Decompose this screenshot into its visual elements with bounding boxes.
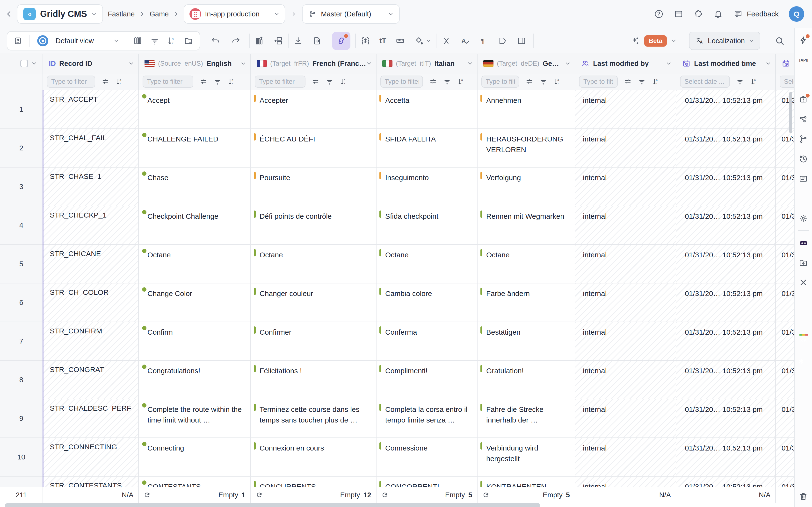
chevron-down-icon[interactable] (467, 61, 473, 66)
cell-fr[interactable]: Félicitations ! (251, 361, 376, 399)
close-icon[interactable] (799, 278, 808, 287)
cell-de[interactable]: Bestätigen (477, 322, 575, 361)
avatar[interactable]: Q (789, 6, 804, 22)
filter-input-en[interactable] (143, 75, 193, 88)
cell-record-id[interactable]: STR_CONTESTANTS (43, 476, 139, 487)
cell-it[interactable]: Sfida checkpoint (376, 206, 477, 245)
redo-icon[interactable] (231, 36, 241, 46)
sort-icon[interactable]: az (115, 78, 123, 86)
filter-input-by[interactable] (579, 75, 618, 88)
chevron-down-icon[interactable] (241, 61, 246, 66)
cell-fr[interactable]: Connexion en cours (251, 438, 376, 476)
filter-input-id[interactable] (47, 75, 95, 88)
cell-extra-date[interactable]: 01/31/20… (776, 206, 794, 245)
notes-icon[interactable] (799, 174, 808, 183)
cell-de[interactable]: Gratulation! (477, 361, 575, 399)
filter-input-fr[interactable] (255, 75, 305, 88)
cell-record-id[interactable]: STR_CHALDESC_PERF (43, 399, 139, 438)
assistant-icon[interactable] (799, 238, 808, 248)
pilcrow-icon[interactable]: ¶ (479, 36, 489, 46)
funnel-icon[interactable] (540, 78, 547, 86)
localization-button[interactable]: A Localization (689, 32, 760, 50)
cell-en[interactable]: Octane (139, 245, 251, 283)
row-number[interactable]: 3 (0, 168, 43, 206)
cell-extra-date[interactable]: 01/31/20… (776, 322, 794, 361)
column-header-it[interactable]: (Target_itIT)Italian (376, 54, 477, 73)
cell-modified-time[interactable]: 01/31/20… 10:52:13 pm (676, 206, 776, 245)
funnel-icon[interactable] (736, 78, 744, 86)
fill-color-icon[interactable] (414, 36, 424, 46)
cell-it[interactable]: Cambia colore (376, 283, 477, 322)
cell-record-id[interactable]: STR_CH_COLOR (43, 283, 139, 322)
cell-modified-time[interactable]: 01/31/20… 10:52:13 pm (676, 90, 776, 129)
cell-fr[interactable]: CONCURRENTS (251, 476, 376, 487)
export-icon[interactable] (312, 36, 322, 46)
table-panel-icon[interactable] (517, 36, 526, 46)
cell-en[interactable]: CHALLENGE FAILED (139, 129, 251, 168)
refresh-icon[interactable] (382, 491, 389, 499)
cell-de[interactable]: Octane (477, 245, 575, 283)
cell-modified-time[interactable]: 01/31/20… 10:52:13 pm (676, 438, 776, 476)
undo-icon[interactable] (211, 36, 220, 46)
cell-en[interactable]: Complete the route within the time limit… (139, 399, 251, 438)
cell-extra-date[interactable]: 01/31/20… (776, 399, 794, 438)
cell-modified-time[interactable]: 01/31/20… 10:52:13 pm (676, 283, 776, 322)
cell-de[interactable]: HERAUSFORDERUNG VERLOREN (477, 129, 575, 168)
issues-icon[interactable] (799, 95, 808, 104)
tag-icon[interactable] (498, 36, 507, 46)
cell-modified-time[interactable]: 01/31/20… 10:52:13 pm (676, 168, 776, 206)
chevron-down-icon[interactable] (565, 61, 570, 66)
shortcut-keys-icon[interactable] (395, 36, 405, 46)
grid-selector[interactable]: In-app production (184, 4, 285, 24)
addon-pink-icon[interactable]: ✱ (799, 357, 808, 367)
adjust-icon[interactable] (312, 78, 319, 86)
cell-it[interactable]: Conferma (376, 322, 477, 361)
sort-icon[interactable]: az (167, 36, 176, 46)
cell-en[interactable]: Congratulations! (139, 361, 251, 399)
addon-translate-icon[interactable]: ✕A (799, 337, 808, 347)
cell-en[interactable]: Accept (139, 90, 251, 129)
row-number[interactable]: 11 (0, 476, 43, 487)
sort-icon[interactable]: az (340, 78, 348, 86)
refresh-icon[interactable] (256, 491, 263, 499)
history-icon[interactable] (799, 154, 808, 164)
cell-modified-by[interactable]: internal (575, 399, 676, 438)
cell-modified-by[interactable]: internal (575, 168, 676, 206)
vertical-scrollbar[interactable] (789, 92, 792, 133)
api-icon[interactable]: [API] (799, 55, 808, 65)
cell-modified-by[interactable]: internal (575, 206, 676, 245)
cell-fr[interactable]: Poursuite (251, 168, 376, 206)
cell-extra-date[interactable]: 01/31/20… (776, 245, 794, 283)
adjust-icon[interactable] (525, 78, 533, 86)
branch-selector[interactable]: Master (Default) (302, 4, 400, 24)
refresh-icon[interactable] (483, 491, 490, 499)
sort-icon[interactable]: az (227, 78, 236, 86)
row-number[interactable]: 9 (0, 399, 43, 438)
breadcrumb-database[interactable]: Game (150, 10, 169, 18)
cell-modified-time[interactable]: 01/31/20… 10:52:13 pm (676, 129, 776, 168)
cell-it[interactable]: CONCORRENTI (376, 476, 477, 487)
row-height-icon[interactable] (361, 36, 370, 46)
cell-it[interactable]: Accetta (376, 90, 477, 129)
row-number[interactable]: 8 (0, 361, 43, 399)
breadcrumb-project[interactable]: Fastlane (108, 10, 135, 18)
import-icon[interactable] (293, 36, 303, 46)
adjust-icon[interactable] (624, 78, 632, 86)
cell-it[interactable]: Completa la corsa entro il tempo limite … (376, 399, 477, 438)
funnel-icon[interactable] (638, 78, 646, 86)
cell-fr[interactable]: Changer couleur (251, 283, 376, 322)
cell-de[interactable]: KONTRAHENTEN (477, 476, 575, 487)
row-number[interactable]: 6 (0, 283, 43, 322)
cell-de[interactable]: Verbindung wird hergestellt (477, 438, 575, 476)
cell-en[interactable]: Chase (139, 168, 251, 206)
cell-de[interactable]: Rennen mit Wegmarken (477, 206, 575, 245)
chevron-down-icon[interactable] (114, 38, 119, 44)
frozen-column-divider[interactable] (43, 90, 44, 507)
cell-modified-by[interactable]: internal (575, 129, 676, 168)
filter-input-de[interactable] (481, 75, 519, 88)
dependency-button[interactable] (332, 32, 350, 50)
cell-fr[interactable]: ÉCHEC AU DÉFI (251, 129, 376, 168)
cell-en[interactable]: Confirm (139, 322, 251, 361)
sort-icon[interactable]: az (750, 78, 758, 86)
cell-it[interactable]: Complimenti! (376, 361, 477, 399)
